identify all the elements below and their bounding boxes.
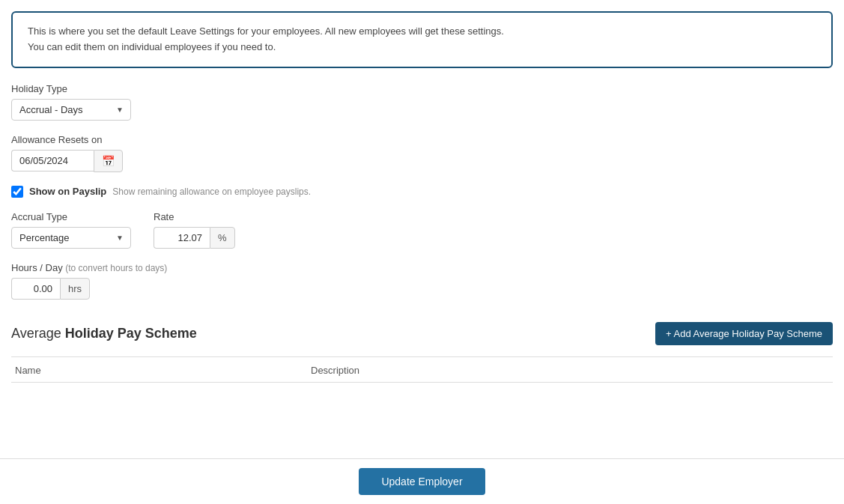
hours-input[interactable] [11, 278, 60, 300]
accrual-rate-group: Accrual Type Percentage Days per Year Ho… [11, 211, 833, 249]
footer-bar: Update Employer [0, 458, 844, 504]
holiday-type-select[interactable]: Accrual - Days Fixed Days Fixed Hours [11, 99, 131, 121]
rate-label: Rate [154, 211, 235, 222]
hours-per-day-sublabel: (to convert hours to days) [65, 263, 167, 273]
holiday-type-select-wrapper[interactable]: Accrual - Days Fixed Days Fixed Hours [11, 99, 131, 121]
table-col-name: Name [11, 365, 311, 376]
calendar-button[interactable]: 📅 [94, 150, 123, 172]
allowance-resets-label: Allowance Resets on [11, 134, 833, 145]
info-line1: This is where you set the default Leave … [28, 24, 816, 40]
accrual-type-label: Accrual Type [11, 211, 131, 222]
date-input-group: 📅 [11, 150, 833, 172]
add-average-holiday-button[interactable]: + Add Average Holiday Pay Scheme [655, 322, 833, 345]
average-holiday-title: Average Holiday Pay Scheme [11, 326, 197, 341]
hours-per-day-label-text: Hours / Day [11, 262, 63, 273]
rate-input-group: % [154, 227, 235, 249]
holiday-type-group: Holiday Type Accrual - Days Fixed Days F… [11, 83, 833, 121]
show-on-payslip-label-light: Show remaining allowance on employee pay… [112, 186, 311, 197]
info-box: This is where you set the default Leave … [11, 11, 833, 68]
accrual-type-select[interactable]: Percentage Days per Year Hours per Year [11, 227, 131, 249]
show-on-payslip-label-bold: Show on Payslip [29, 186, 106, 197]
info-line2: You can edit them on individual employee… [28, 40, 816, 55]
accrual-type-select-wrapper[interactable]: Percentage Days per Year Hours per Year [11, 227, 131, 249]
page-container: This is where you set the default Leave … [0, 0, 844, 443]
hours-input-group: hrs [11, 278, 833, 300]
hours-per-day-label: Hours / Day (to convert hours to days) [11, 262, 833, 273]
rate-input[interactable] [154, 227, 210, 249]
rate-field: Rate % [154, 211, 235, 249]
average-holiday-section: Average Holiday Pay Scheme + Add Average… [11, 322, 833, 383]
rate-unit: % [210, 227, 235, 249]
holiday-type-label: Holiday Type [11, 83, 833, 94]
table-col-description: Description [311, 365, 833, 376]
calendar-icon: 📅 [102, 155, 115, 167]
accrual-type-field: Accrual Type Percentage Days per Year Ho… [11, 211, 131, 249]
allowance-date-input[interactable] [11, 150, 94, 171]
hours-unit: hrs [60, 278, 90, 300]
average-holiday-table: Name Description [11, 356, 833, 383]
show-on-payslip-checkbox[interactable] [11, 186, 23, 198]
allowance-resets-group: Allowance Resets on 📅 [11, 134, 833, 172]
hours-per-day-group: Hours / Day (to convert hours to days) h… [11, 262, 833, 300]
update-employer-button[interactable]: Update Employer [359, 468, 485, 495]
table-header-row: Name Description [11, 357, 833, 383]
average-holiday-header: Average Holiday Pay Scheme + Add Average… [11, 322, 833, 345]
show-on-payslip-row: Show on Payslip Show remaining allowance… [11, 186, 833, 198]
